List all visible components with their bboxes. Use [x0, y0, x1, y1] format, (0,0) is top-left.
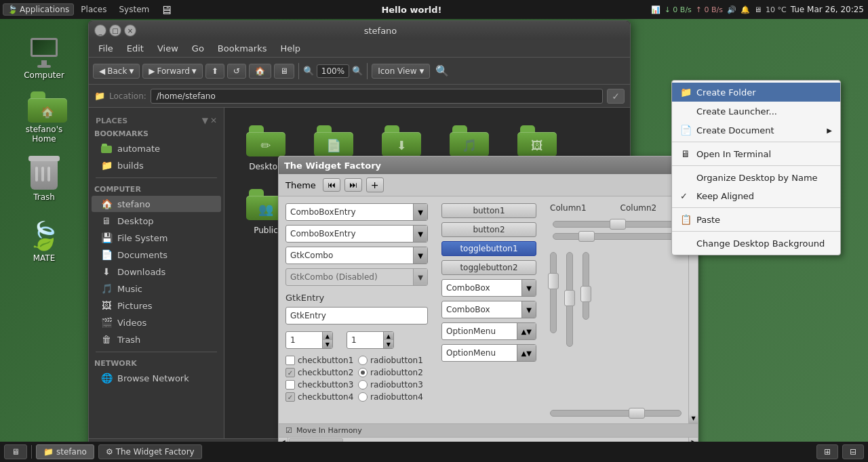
spinner2-widget[interactable]: 1 ▲ ▼ [347, 331, 394, 349]
ctx-open-terminal[interactable]: 🖥 Open In Terminal [672, 144, 840, 163]
fm-menu-bookmarks[interactable]: Bookmarks [211, 42, 274, 55]
comboboxentry-btn[interactable]: ▼ [413, 204, 427, 220]
vslider1[interactable] [550, 252, 557, 333]
fm-menu-view[interactable]: View [151, 42, 185, 55]
hslider2[interactable] [553, 233, 679, 240]
taskbar-show-desktop[interactable]: 🖥 [4, 444, 27, 459]
desktop-icon-home[interactable]: 🏠 stefano'sHome [14, 88, 75, 146]
sidebar-item-builds[interactable]: 📁 builds [92, 157, 221, 173]
ctx-create-folder[interactable]: 📁 Create Folder [672, 83, 840, 102]
comboboxentry2-widget[interactable]: ComboBoxEntry ▼ [285, 225, 428, 243]
comboboxentry-widget[interactable]: ComboBoxEntry ▼ [285, 203, 428, 221]
theme-add-btn[interactable]: + [366, 177, 384, 192]
ctx-keep-aligned[interactable]: ✓ Keep Aligned [672, 187, 840, 205]
up-button[interactable]: ⬆ [205, 64, 224, 79]
spinner1-up-btn[interactable]: ▲ [323, 332, 332, 340]
taskbar-item-widget-factory[interactable]: ⚙ The Widget Factory [98, 444, 202, 459]
optionmenu1-btn[interactable]: ▲▼ [517, 323, 536, 339]
sidebar-item-pictures[interactable]: 🖼 Pictures [92, 297, 221, 314]
spinner2-down-btn[interactable]: ▼ [384, 340, 393, 348]
sidebar-item-videos[interactable]: 🎬 Videos [92, 314, 221, 331]
desktop-icon-computer[interactable]: Computer [14, 34, 75, 83]
scrollbar-down-btn[interactable]: ▼ [689, 414, 698, 423]
sidebar-item-documents[interactable]: 📄 Documents [92, 247, 221, 263]
checkbutton3[interactable]: checkbutton3 [285, 380, 355, 390]
combobox1-widget[interactable]: ComboBox ▼ [441, 279, 536, 297]
fm-menu-go[interactable]: Go [185, 42, 211, 55]
fm-close-btn[interactable]: × [124, 24, 136, 37]
combobox2-widget[interactable]: ComboBox ▼ [441, 301, 536, 318]
checkbutton4[interactable]: ✓ checkbutton4 [285, 392, 355, 402]
fm-minimize-btn[interactable]: _ [94, 24, 106, 37]
zoom-out-icon[interactable]: 🔍 [303, 66, 314, 76]
sidebar-item-trash[interactable]: 🗑 Trash [92, 331, 221, 348]
vslider2-handle[interactable] [564, 290, 575, 306]
comboboxentry2-btn[interactable]: ▼ [413, 226, 427, 242]
hslider3[interactable] [550, 410, 682, 417]
terminal-icon[interactable]: 🖥 [160, 3, 172, 17]
volume-icon[interactable]: 🔊 [727, 5, 736, 14]
checkbutton2[interactable]: ✓ checkbutton2 [285, 368, 355, 377]
sidebar-item-automate[interactable]: automate [92, 140, 221, 156]
hslider1[interactable] [553, 221, 679, 228]
ctx-organize-desktop[interactable]: Organize Desktop by Name [672, 168, 840, 187]
fm-maximize-btn[interactable]: □ [109, 24, 121, 37]
togglebutton1[interactable]: togglebutton1 [441, 241, 536, 256]
ctx-change-background[interactable]: Change Desktop Background [672, 234, 840, 253]
taskbar-item-stefano[interactable]: 📁 stefano [36, 444, 94, 459]
ctx-paste[interactable]: 📋 Paste [672, 210, 840, 229]
system-menu[interactable]: System [113, 3, 155, 16]
radiobutton2[interactable]: radiobutton2 [358, 368, 428, 377]
optionmenu1-widget[interactable]: OptionMenu ▲▼ [441, 322, 536, 340]
spinner1-down-btn[interactable]: ▼ [323, 340, 332, 348]
vslider3-handle[interactable] [580, 286, 591, 302]
sidebar-item-downloads[interactable]: ⬇ Downloads [92, 264, 221, 280]
button1[interactable]: button1 [441, 203, 536, 218]
taskbar-windows-btn[interactable]: ⊞ [816, 444, 838, 459]
desktop-icon-trash[interactable]: Trash [14, 156, 75, 205]
gtkcombo-btn[interactable]: ▼ [413, 247, 427, 264]
sidebar-item-desktop[interactable]: 🖥 Desktop [92, 213, 221, 229]
sidebar-close-icon[interactable]: ✕ [210, 116, 217, 125]
view-selector[interactable]: Icon View ▼ [372, 64, 430, 79]
vslider2[interactable] [566, 252, 573, 347]
theme-prev-btn[interactable]: ⏮ [323, 178, 340, 192]
togglebutton2[interactable]: togglebutton2 [441, 260, 536, 275]
places-menu[interactable]: Places [75, 3, 112, 16]
taskbar-grid-btn[interactable]: ⊟ [842, 444, 864, 459]
spinner1-widget[interactable]: 1 ▲ ▼ [285, 331, 333, 349]
vslider1-handle[interactable] [548, 273, 559, 289]
hslider3-handle[interactable] [629, 408, 645, 419]
gtkcombo-widget[interactable]: GtkCombo ▼ [285, 247, 428, 264]
ctx-create-launcher[interactable]: Create Launcher... [672, 102, 840, 121]
search-button[interactable]: 🔍 [433, 63, 452, 79]
checkbutton1[interactable]: checkbutton1 [285, 356, 355, 365]
hslider1-handle[interactable] [610, 219, 626, 230]
hslider2-handle[interactable] [578, 231, 595, 242]
sidebar-item-browse-network[interactable]: 🌐 Browse Network [92, 370, 221, 386]
sidebar-item-stefano[interactable]: 🏠 stefano [92, 196, 221, 212]
optionmenu2-widget[interactable]: OptionMenu ▲▼ [441, 344, 536, 362]
forward-button[interactable]: ▶ Forward ▼ [142, 64, 202, 79]
fm-menu-edit[interactable]: Edit [120, 42, 151, 55]
combobox2-btn[interactable]: ▼ [521, 301, 536, 318]
back-button[interactable]: ◀ Back ▼ [93, 64, 140, 79]
combobox1-btn[interactable]: ▼ [521, 280, 536, 296]
button2[interactable]: button2 [441, 222, 536, 237]
sidebar-item-music[interactable]: 🎵 Music [92, 280, 221, 297]
radiobutton4[interactable]: radiobutton4 [358, 392, 428, 402]
vslider3[interactable] [583, 252, 589, 320]
fm-menu-file[interactable]: File [92, 42, 120, 55]
location-input[interactable]: /home/stefano [151, 89, 603, 104]
home-button[interactable]: 🏠 [249, 64, 271, 79]
optionmenu2-btn[interactable]: ▲▼ [517, 345, 536, 361]
ctx-create-document[interactable]: 📄 Create Document ▶ [672, 121, 840, 140]
computer-button[interactable]: 🖥 [274, 64, 294, 79]
applications-menu[interactable]: 🍃 Applications [3, 3, 74, 16]
location-go-btn[interactable]: ✓ [607, 89, 625, 104]
desktop-icon-mate[interactable]: 🍃 MATE [14, 217, 75, 266]
theme-next-btn[interactable]: ⏭ [344, 178, 362, 192]
zoom-in-icon[interactable]: 🔍 [352, 66, 363, 76]
sidebar-toggle-icon[interactable]: ▼ [202, 116, 208, 125]
spinner2-up-btn[interactable]: ▲ [384, 332, 393, 340]
